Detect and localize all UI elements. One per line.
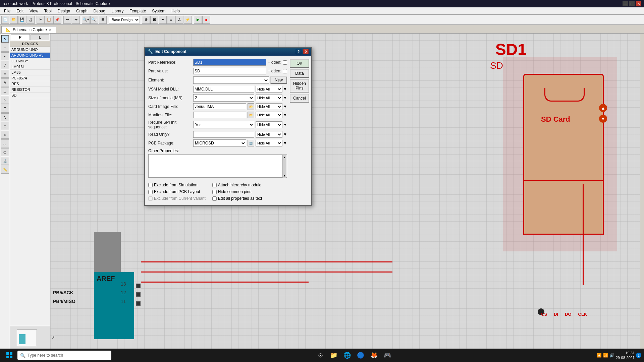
part-reference-input[interactable]	[193, 59, 266, 66]
tb-label[interactable]: A	[175, 16, 183, 24]
panel-tab-p[interactable]: P	[11, 34, 30, 40]
tb-undo[interactable]: ↩	[63, 16, 71, 24]
exclude-simulation-checkbox[interactable]	[148, 183, 153, 187]
tb-copy[interactable]: 📋	[45, 16, 53, 24]
taskbar-app-files[interactable]: 📁	[328, 349, 340, 361]
tb-junction[interactable]: ✦	[159, 16, 167, 24]
tool-select[interactable]: ↖	[1, 35, 9, 43]
sd-card-component[interactable]: SD Card CS DI DO CLK ▲ ▼	[517, 60, 610, 248]
tab-close-button[interactable]: ✕	[49, 28, 52, 32]
exclude-variant-checkbox[interactable]	[148, 196, 153, 201]
menu-help[interactable]: Help	[169, 8, 182, 14]
tool-port[interactable]: ▷	[1, 96, 9, 104]
pcb-package-hide-select[interactable]: Hide All	[256, 140, 282, 146]
media-size-select[interactable]: 2	[193, 94, 254, 102]
part-value-hidden-checkbox[interactable]	[283, 69, 287, 73]
tb-component[interactable]: ⊕	[142, 16, 150, 24]
spi-hide-select[interactable]: Hide All	[256, 121, 282, 128]
cancel-button[interactable]: Cancel	[290, 94, 309, 103]
start-button[interactable]	[3, 349, 16, 361]
tb-zoom-out[interactable]: 🔍-	[90, 16, 98, 24]
dialog-close-button[interactable]: ✕	[303, 49, 309, 54]
menu-view[interactable]: View	[27, 8, 41, 14]
other-properties-textarea[interactable]	[148, 154, 287, 178]
tb-zoom-fit[interactable]: ⊞	[99, 16, 107, 24]
menu-system[interactable]: System	[149, 8, 168, 14]
tb-bus[interactable]: ≡	[167, 16, 175, 24]
canvas-area[interactable]: SD1 SD SD Card CS DI DO CLK	[50, 34, 644, 353]
tool-bus[interactable]: ═	[1, 70, 9, 78]
tool-arc[interactable]: ◡	[1, 139, 9, 147]
menu-library[interactable]: Library	[109, 8, 126, 14]
tool-label[interactable]: A	[1, 78, 9, 86]
tool-probe[interactable]: 🔬	[1, 157, 9, 165]
tb-stop[interactable]: ■	[202, 16, 210, 24]
tb-power[interactable]: ⚡	[184, 16, 192, 24]
device-pcf8574[interactable]: PCF8574	[10, 75, 50, 81]
device-arduino-uno[interactable]: ARDUINO UNO	[10, 47, 50, 53]
hide-common-pins-checkbox[interactable]	[212, 190, 217, 194]
exclude-pcb-checkbox[interactable]	[148, 190, 153, 194]
data-button[interactable]: Data	[290, 69, 309, 78]
tool-circle[interactable]: ○	[1, 131, 9, 139]
tool-line[interactable]: ╲	[1, 113, 9, 121]
tool-polygon[interactable]: ⬡	[1, 148, 9, 156]
tb-run[interactable]: ▶	[194, 16, 202, 24]
tb-zoom-in[interactable]: 🔍+	[82, 16, 90, 24]
taskbar-app-cortana[interactable]: ⊙	[314, 349, 326, 361]
spi-init-select[interactable]: Yes No	[193, 121, 254, 128]
canvas-scrollbar-vertical[interactable]	[640, 34, 644, 349]
manifest-browse-btn[interactable]: 📂	[248, 112, 254, 118]
tb-save[interactable]: 💾	[18, 16, 26, 24]
part-reference-hidden-checkbox[interactable]	[283, 60, 287, 65]
read-only-input[interactable]	[193, 131, 254, 138]
notification-badge[interactable]: 1	[636, 353, 641, 358]
panel-tab-l[interactable]: L	[31, 34, 50, 40]
card-image-hide-select[interactable]: Hide All	[256, 103, 282, 110]
menu-debug[interactable]: Debug	[91, 8, 108, 14]
menu-tool[interactable]: Tool	[42, 8, 54, 14]
menu-graph[interactable]: Graph	[73, 8, 90, 14]
taskbar-app-unknown[interactable]: 🎮	[381, 349, 393, 361]
attach-hierarchy-checkbox[interactable]	[212, 183, 217, 187]
tb-wire[interactable]: ⊞	[150, 16, 158, 24]
part-value-input[interactable]	[193, 68, 266, 74]
taskbar-search-box[interactable]: 🔍 Type here to search	[17, 351, 111, 360]
scrollbar-up-icon[interactable]: ▲	[283, 156, 286, 159]
device-lm35[interactable]: LM35	[10, 70, 50, 75]
pcb-package-select[interactable]: MICROSD	[193, 139, 246, 147]
tb-new[interactable]: 📄	[1, 16, 9, 24]
card-image-input[interactable]	[193, 103, 246, 110]
taskbar-app-chrome[interactable]: 🔵	[355, 349, 367, 361]
pcb-package-browse-btn[interactable]: 🔤	[248, 140, 254, 146]
tool-component[interactable]: +	[1, 44, 9, 52]
design-template-select[interactable]: Base Design	[109, 16, 140, 23]
device-resistor[interactable]: RESISTOR	[10, 87, 50, 93]
tb-redo[interactable]: ↪	[72, 16, 80, 24]
scrollbar-down-icon[interactable]: ▼	[283, 174, 286, 177]
element-select[interactable]	[193, 76, 269, 84]
tool-box[interactable]: □	[1, 122, 9, 130]
close-button[interactable]: ✕	[636, 1, 641, 6]
menu-template[interactable]: Template	[127, 8, 149, 14]
tool-power[interactable]: ⊥	[1, 87, 9, 95]
tool-measure[interactable]: 📏	[1, 166, 9, 174]
media-hide-select[interactable]: Hide All	[256, 95, 282, 101]
device-arduino-uno-r3[interactable]: ARDUINO UNO R3	[10, 53, 50, 58]
tb-paste[interactable]: 📌	[53, 16, 61, 24]
menu-edit[interactable]: Edit	[14, 8, 26, 14]
hidden-pins-button[interactable]: Hidden Pins	[290, 79, 309, 93]
tb-cut[interactable]: ✂	[37, 16, 45, 24]
manifest-file-input[interactable]	[193, 112, 246, 118]
taskbar-app-edge[interactable]: 🌐	[341, 349, 353, 361]
vsm-hide-select[interactable]: Hide All Show All	[256, 86, 282, 93]
tb-print[interactable]: 🖨	[26, 16, 35, 24]
device-lm016l[interactable]: LM016L	[10, 64, 50, 70]
taskbar-app-firefox[interactable]: 🦊	[368, 349, 380, 361]
schematic-tab[interactable]: 📐 Schematic Capture ✕	[1, 26, 56, 33]
manifest-hide-select[interactable]: Hide All	[256, 112, 282, 118]
tb-open[interactable]: 📂	[10, 16, 18, 24]
card-image-browse-btn[interactable]: 📂	[248, 103, 254, 110]
vsm-model-input[interactable]	[193, 86, 254, 93]
device-led-biby[interactable]: LED-BIBY	[10, 58, 50, 64]
